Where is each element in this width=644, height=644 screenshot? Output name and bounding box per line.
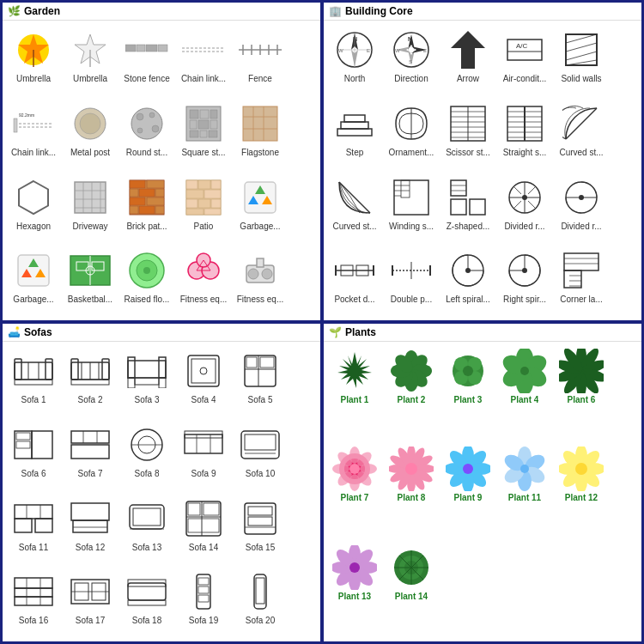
garden-item-fence[interactable]: Fence	[233, 24, 288, 96]
sofa-item-7[interactable]: Sofa 7	[63, 419, 118, 491]
plant-item-4[interactable]: Plant 4	[497, 345, 552, 441]
svg-rect-218	[159, 378, 166, 388]
sofas-header: 🛋️ Sofas	[3, 324, 320, 342]
building-item-curved-stair2[interactable]: Curved st...	[327, 172, 382, 244]
building-item-step[interactable]: Step	[327, 98, 382, 170]
plant-item-11[interactable]: Plant 11	[497, 443, 552, 539]
sofa-item-16[interactable]: Sofa 16	[6, 566, 61, 638]
sofa-item-2[interactable]: Sofa 2	[63, 345, 118, 417]
svg-point-221	[200, 368, 207, 374]
sofa-item-15[interactable]: Sofa 15	[233, 493, 288, 565]
sofa-item-4[interactable]: Sofa 4	[176, 345, 231, 417]
svg-rect-8	[158, 45, 167, 52]
plant-item-9[interactable]: Plant 9	[440, 443, 495, 539]
building-item-solid-walls[interactable]: Solid walls	[554, 24, 609, 96]
building-item-divided-r2[interactable]: Divided r...	[554, 172, 609, 244]
svg-text:S: S	[409, 59, 412, 64]
garden-item-umbrella-white[interactable]: Umbrella	[63, 24, 118, 96]
building-item-double-p[interactable]: Double p...	[384, 245, 439, 317]
plant-item-13[interactable]: Plant 13	[327, 542, 382, 638]
square-stone-label: Square st...	[181, 148, 225, 158]
sofa-item-12[interactable]: Sofa 12	[63, 493, 118, 565]
brick-path-label: Brick pat...	[126, 222, 167, 232]
garden-item-patio[interactable]: Patio	[176, 172, 231, 244]
sofa14-icon	[179, 495, 228, 543]
building-item-curved-stair[interactable]: Curved st...	[554, 98, 609, 170]
garden-item-garbage[interactable]: Garbage...	[233, 172, 288, 244]
garden-item-square-stone[interactable]: Square st...	[176, 98, 231, 170]
svg-rect-254	[133, 508, 161, 526]
sofa6-icon	[9, 421, 58, 469]
svg-rect-59	[130, 206, 138, 214]
building-item-divided-r1[interactable]: Divided r...	[497, 172, 552, 244]
svg-point-25	[149, 112, 155, 118]
garden-item-fitness-eq1[interactable]: Fitness eq...	[176, 245, 231, 317]
plant-item-14[interactable]: Plant 14	[384, 542, 439, 638]
garden-item-fitness-eq2[interactable]: Fitness eq...	[233, 245, 288, 317]
plant-item-1[interactable]: Plant 1	[327, 345, 382, 441]
sofa-item-18[interactable]: Sofa 18	[119, 566, 174, 638]
air-cond-label: Air-condit...	[503, 74, 547, 84]
building-item-z-shaped[interactable]: Z-shaped...	[440, 172, 495, 244]
svg-point-24	[137, 113, 143, 120]
svg-rect-64	[198, 180, 210, 189]
sofa-item-1[interactable]: Sofa 1	[6, 345, 61, 417]
sofa-item-9[interactable]: Sofa 9	[176, 419, 231, 491]
building-item-right-spiral[interactable]: Right spir...	[497, 245, 552, 317]
garden-item-stone-fence[interactable]: Stone fence	[119, 24, 174, 96]
svg-rect-246	[15, 519, 32, 532]
building-item-arrow[interactable]: Arrow	[440, 24, 495, 96]
plant2-icon	[387, 347, 435, 395]
sofa8-icon	[123, 421, 171, 469]
garden-item-hexagon[interactable]: Hexagon	[6, 172, 61, 244]
garden-item-round-stone[interactable]: Round st...	[119, 98, 174, 170]
sofa-item-13[interactable]: Sofa 13	[119, 493, 174, 565]
garbage-icon	[236, 173, 284, 222]
sofa10-label: Sofa 10	[246, 469, 275, 479]
plant-item-3[interactable]: Plant 3	[440, 345, 495, 441]
garden-item-metal-post[interactable]: Metal post	[63, 98, 118, 170]
svg-rect-228	[32, 431, 52, 459]
garden-item-flagstone[interactable]: Flagstone	[233, 98, 288, 170]
sofa-item-5[interactable]: Sofa 5	[233, 345, 288, 417]
plant-item-7[interactable]: Plant 7	[327, 443, 382, 539]
garden-item-umbrella-yellow[interactable]: Umbrella	[6, 24, 61, 96]
sofa-item-19[interactable]: Sofa 19	[176, 566, 231, 638]
sofa-item-11[interactable]: Sofa 11	[6, 493, 61, 565]
building-item-straight-stair[interactable]: Straight s...	[497, 98, 552, 170]
plant-item-2[interactable]: Plant 2	[384, 345, 439, 441]
building-item-north[interactable]: N W E North	[327, 24, 382, 96]
sofa-item-3[interactable]: Sofa 3	[119, 345, 174, 417]
plant-item-6[interactable]: Plant 6	[554, 345, 609, 441]
chain-link-icon	[179, 26, 228, 74]
building-item-scissor-stair[interactable]: Scissor st...	[440, 98, 495, 170]
building-item-ornament[interactable]: Ornament...	[384, 98, 439, 170]
svg-rect-17	[14, 118, 17, 132]
sofa-item-14[interactable]: Sofa 14	[176, 493, 231, 565]
garden-item-driveway[interactable]: Driveway	[63, 172, 118, 244]
sofa4-label: Sofa 4	[191, 395, 216, 405]
svg-rect-260	[204, 503, 219, 515]
sofa-item-6[interactable]: Sofa 6	[6, 419, 61, 491]
building-item-pocket-door[interactable]: Pocket d...	[327, 245, 382, 317]
plant2-label: Plant 2	[398, 395, 426, 405]
sofa-item-8[interactable]: Sofa 8	[119, 419, 174, 491]
plant-item-12[interactable]: Plant 12	[554, 443, 609, 539]
garden-item-basketball[interactable]: Basketbal...	[63, 245, 118, 317]
garden-item-chain-link[interactable]: Chain link...	[176, 24, 231, 96]
building-item-corner-la[interactable]: Corner la...	[554, 245, 609, 317]
building-item-direction[interactable]: N W E S Direction	[384, 24, 439, 96]
garden-item-chain-link2[interactable]: 92.2mm Chain link...	[6, 98, 61, 170]
garden-item-garbage2[interactable]: Garbage...	[6, 245, 61, 317]
garden-item-raised-floor[interactable]: Raised flo...	[119, 245, 174, 317]
sofa-item-10[interactable]: Sofa 10	[233, 419, 288, 491]
building-item-left-spiral[interactable]: Left spiral...	[440, 245, 495, 317]
building-item-winding[interactable]: Winding s...	[384, 172, 439, 244]
z-shaped-label: Z-shaped...	[447, 222, 490, 232]
solid-walls-icon	[557, 26, 605, 74]
building-item-air-cond[interactable]: A/C Air-condit...	[497, 24, 552, 96]
garden-item-brick-path[interactable]: Brick pat...	[119, 172, 174, 244]
sofa-item-17[interactable]: Sofa 17	[63, 566, 118, 638]
sofa-item-20[interactable]: Sofa 20	[233, 566, 288, 638]
plant-item-8[interactable]: Plant 8	[384, 443, 439, 539]
